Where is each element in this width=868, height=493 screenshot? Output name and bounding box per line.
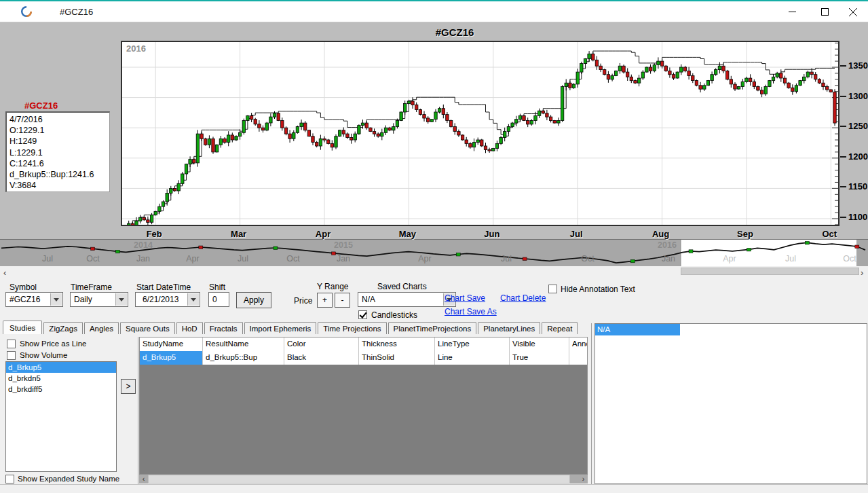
show-price-as-line-label: Show Price as Line	[20, 340, 86, 348]
x-axis-label: Jul	[561, 229, 591, 239]
title-bar[interactable]: #GCZ16	[0, 1, 868, 22]
tab-fractals[interactable]: Fractals	[204, 322, 243, 334]
overview-month-label: Apr	[411, 254, 438, 263]
chevron-down-icon[interactable]	[115, 293, 127, 306]
shift-label: Shift	[209, 282, 225, 292]
study-results-table: StudyNameResultNameColorThicknessLineTyp…	[139, 337, 588, 475]
symbol-combo-value: #GCZ16	[10, 295, 40, 304]
tab-angles[interactable]: Angles	[84, 322, 119, 334]
cell-studyname[interactable]: d_Brkup5	[140, 351, 203, 365]
yrange-minus-button[interactable]: -	[335, 293, 350, 308]
hide-annotation-checkbox[interactable]	[548, 285, 557, 293]
info-line: V:3684	[10, 180, 107, 191]
tab-square-outs[interactable]: Square Outs	[120, 322, 175, 334]
x-axis-label: Oct	[814, 229, 844, 239]
chart-delete-link[interactable]: Chart Delete	[500, 293, 546, 303]
cell-visible[interactable]: True	[510, 351, 569, 365]
scroll-right-icon[interactable]: ›	[579, 475, 588, 483]
column-header-thickness: Thickness	[359, 337, 435, 351]
tab-zigzags[interactable]: ZigZags	[43, 322, 83, 334]
symbol-combo[interactable]: #GCZ16	[5, 292, 63, 307]
chart-save-link[interactable]: Chart Save	[445, 293, 485, 303]
column-header-studyname: StudyName	[140, 337, 203, 351]
tab-hod[interactable]: HoD	[176, 322, 203, 334]
overview-month-label: Oct	[836, 254, 863, 263]
candlesticks-checkbox[interactable]	[358, 310, 367, 319]
cell-color[interactable]: Black	[284, 351, 359, 365]
info-line: C:1241.6	[10, 158, 107, 169]
overview-month-label: Oct	[574, 254, 601, 263]
hide-annotation-label: Hide Annotation Text	[561, 285, 635, 294]
overview-month-label: Oct	[79, 254, 107, 263]
table-hscrollbar[interactable]: ‹ ›	[139, 475, 588, 483]
scroll-right-icon[interactable]: ›	[861, 268, 863, 278]
timeframe-combo[interactable]: Daily	[70, 292, 128, 307]
minimize-button[interactable]	[776, 1, 808, 22]
scroll-left-icon[interactable]: ‹	[3, 268, 6, 278]
x-axis-label: Feb	[139, 229, 169, 239]
add-study-button[interactable]: >	[121, 379, 136, 394]
study-item-d_brkdiff5[interactable]: d_brkdiff5	[6, 384, 116, 395]
overview-month-label: Jul	[229, 254, 257, 263]
column-header-visible: Visible	[510, 337, 569, 351]
main-chart-plot[interactable]	[121, 41, 839, 226]
annotation-listbox: N/A	[595, 323, 867, 484]
tab-strip: StudiesZigZagsAnglesSquare OutsHoDFracta…	[3, 322, 579, 336]
app-icon	[20, 5, 33, 20]
y-axis-label: 1300	[848, 91, 868, 101]
y-axis-tick	[840, 96, 846, 97]
close-button[interactable]	[837, 1, 868, 22]
y-axis-label: 1250	[848, 121, 868, 131]
column-header-resultname: ResultName	[203, 337, 284, 351]
yrange-plus-button[interactable]: +	[317, 293, 333, 308]
overview-month-label: Apr	[716, 254, 743, 263]
saved-charts-combo[interactable]: N/A	[358, 292, 456, 307]
overview-year-label: 2015	[328, 240, 358, 250]
shift-input[interactable]: 0	[208, 292, 229, 307]
y-axis-tick	[840, 65, 846, 67]
info-line: 4/7/2016	[10, 114, 107, 125]
chevron-down-icon[interactable]	[187, 293, 199, 306]
start-datetime-label: Start DateTime	[136, 282, 191, 292]
overview-scroll-thumb[interactable]	[681, 268, 859, 275]
show-volume-checkbox[interactable]	[7, 351, 16, 360]
timeframe-combo-value: Daily	[74, 295, 92, 304]
study-item-d_brkdn5[interactable]: d_brkdn5	[6, 373, 116, 384]
start-datetime-combo[interactable]: 6/21/2013	[135, 292, 200, 307]
saved-charts-value: N/A	[362, 295, 375, 304]
tab-planettimeprojections[interactable]: PlanetTimeProjections	[388, 322, 477, 334]
tab-time-projections[interactable]: Time Projections	[318, 322, 386, 334]
maximize-button[interactable]	[809, 1, 840, 22]
show-expanded-study-name-label: Show Expanded Study Name	[18, 475, 119, 483]
overview-year-label: 2014	[128, 240, 158, 250]
overview-month-label: Jan	[655, 254, 682, 263]
x-axis-label: Mar	[224, 229, 254, 239]
bottom-divider	[0, 484, 868, 485]
x-axis-label: May	[392, 229, 422, 239]
tab-repeat[interactable]: Repeat	[542, 322, 578, 334]
table-scroll-thumb[interactable]	[148, 475, 570, 483]
tab-import-ephemeris[interactable]: Import Ephemeris	[244, 322, 317, 334]
cell-thickness[interactable]: ThinSolid	[359, 351, 435, 365]
study-item-d_brkup5[interactable]: d_Brkup5	[6, 362, 116, 373]
tab-planetarylines[interactable]: PlanetaryLines	[478, 322, 540, 334]
chevron-down-icon[interactable]	[50, 293, 62, 306]
annotation-item[interactable]: N/A	[595, 324, 680, 335]
tab-studies[interactable]: Studies	[3, 321, 42, 334]
cell-annotationname[interactable]	[569, 351, 588, 365]
show-expanded-study-name-checkbox[interactable]	[5, 475, 14, 483]
cell-linetype[interactable]: Line	[435, 351, 510, 365]
y-axis-tick	[840, 186, 846, 187]
show-price-as-line-checkbox[interactable]	[7, 340, 16, 348]
y-axis-label: 1150	[848, 181, 867, 191]
cell-resultname[interactable]: d_Brkup5::Bup	[203, 351, 284, 365]
column-header-annotationname: AnnotationName	[569, 337, 588, 351]
symbol-label: Symbol	[10, 282, 37, 292]
info-line: O:1229.1	[10, 125, 107, 136]
y-axis-tick	[840, 217, 846, 218]
application-window: #GCZ16 #GCZ16 2016 #GCZ16 4/7/2016O:1229…	[0, 0, 868, 493]
overview-year-label: 2016	[652, 240, 682, 250]
chart-save-as-link[interactable]: Chart Save As	[445, 307, 497, 316]
scroll-left-icon[interactable]: ‹	[139, 475, 148, 483]
apply-button[interactable]: Apply	[236, 292, 271, 308]
